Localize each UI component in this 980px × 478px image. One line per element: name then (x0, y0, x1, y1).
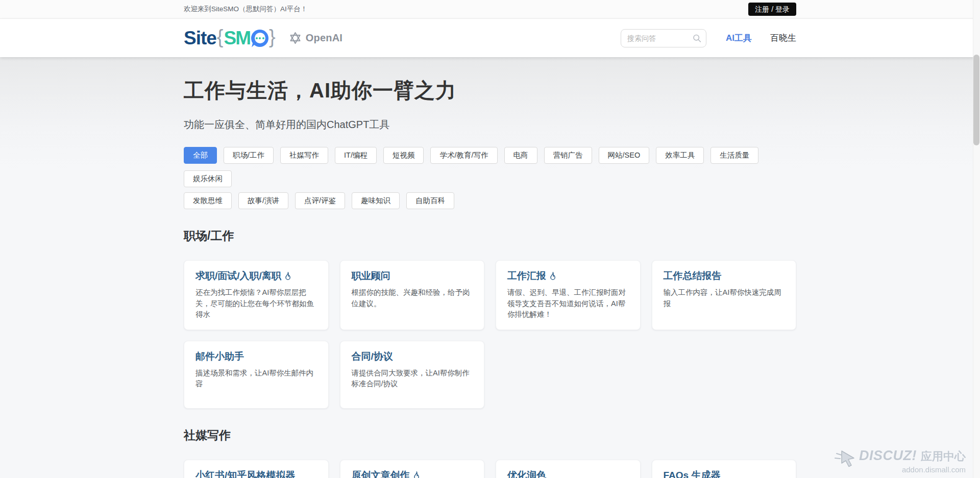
filter-button[interactable]: 全部 (184, 147, 217, 164)
openai-label: OpenAI (306, 32, 342, 44)
fire-icon (283, 271, 292, 281)
filter-button[interactable]: 效率工具 (656, 147, 704, 164)
card-description: 根据你的技能、兴趣和经验，给予岗位建议。 (352, 287, 473, 309)
filter-button[interactable]: 点评/评鉴 (295, 192, 345, 209)
scrollbar-thumb[interactable] (973, 55, 979, 145)
filter-button[interactable]: 职场/工作 (224, 147, 274, 164)
logo-text-smo: SM (224, 28, 251, 49)
openai-logo: OpenAI (288, 31, 342, 45)
card-title: 职业顾问 (352, 270, 473, 282)
nav-link-百晓生[interactable]: 百晓生 (770, 32, 796, 44)
card-title: 工作总结报告 (664, 270, 785, 282)
card-grid: 小红书/知乎风格模拟器输入你想发布的内容，帮你生成对应的内容风格：小红书、知乎原… (184, 460, 796, 478)
tool-card[interactable]: 工作汇报请假、迟到、早退、工作汇报时面对领导支支吾吾不知道如何说话，AI帮你排忧… (496, 260, 641, 330)
site-header: Site { SM } OpenAI AI工具百晓生 (0, 19, 980, 57)
tool-card[interactable]: 合同/协议请提供合同大致要求，让AI帮你制作标准合同/协议 (340, 341, 485, 409)
search-icon[interactable] (693, 34, 701, 42)
tool-card[interactable]: 小红书/知乎风格模拟器输入你想发布的内容，帮你生成对应的内容风格：小红书、知乎 (184, 460, 329, 478)
card-title: 邮件小助手 (195, 350, 317, 362)
filter-button[interactable]: IT/编程 (335, 147, 377, 164)
card-description: 请假、迟到、早退、工作汇报时面对领导支支吾吾不知道如何说话，AI帮你排忧解难！ (507, 287, 629, 320)
header-nav: AI工具百晓生 (726, 32, 796, 44)
filter-button[interactable]: 娱乐休闲 (184, 170, 232, 187)
logo-text-site: Site (184, 28, 216, 49)
card-grid: 求职/面试/入职/离职还在为找工作烦恼？AI帮你层层把关，尽可能的让您在每个环节… (184, 260, 796, 409)
tool-card[interactable]: 求职/面试/入职/离职还在为找工作烦恼？AI帮你层层把关，尽可能的让您在每个环节… (184, 260, 329, 330)
logo-brace-close: } (269, 26, 276, 48)
search-box (621, 29, 706, 47)
fire-icon (548, 271, 557, 281)
tool-section: 社媒写作小红书/知乎风格模拟器输入你想发布的内容，帮你生成对应的内容风格：小红书… (184, 427, 796, 478)
card-title: 小红书/知乎风格模拟器 (195, 469, 317, 478)
card-title: 原创文章创作 (352, 469, 473, 478)
filter-button[interactable]: 故事/演讲 (238, 192, 288, 209)
card-description: 请提供合同大致要求，让AI帮你制作标准合同/协议 (352, 368, 473, 390)
tool-card[interactable]: 工作总结报告输入工作内容，让AI帮你快速完成周报 (652, 260, 797, 330)
tool-card[interactable]: 原创文章创作根据关键词或一句话，让AI为您提供原创文章撰写：公众号推文、SEO软… (340, 460, 485, 478)
filter-row-2: 发散思维故事/演讲点评/评鉴趣味知识自助百科 (184, 192, 796, 209)
filter-button[interactable]: 发散思维 (184, 192, 232, 209)
card-description: 还在为找工作烦恼？AI帮你层层把关，尽可能的让您在每个环节都如鱼得水 (195, 287, 317, 320)
filter-button[interactable]: 营销广告 (544, 147, 592, 164)
site-logo[interactable]: Site { SM } (184, 26, 276, 50)
filter-button[interactable]: 短视频 (383, 147, 424, 164)
main-content: 工作与生活，AI助你一臂之力 功能一应俱全、简单好用的国内ChatGPT工具 全… (0, 57, 980, 478)
sections: 职场/工作求职/面试/入职/离职还在为找工作烦恼？AI帮你层层把关，尽可能的让您… (184, 228, 796, 478)
openai-knot-icon (288, 31, 302, 45)
page-subtitle: 功能一应俱全、简单好用的国内ChatGPT工具 (184, 118, 796, 132)
filter-button[interactable]: 自助百科 (406, 192, 454, 209)
card-description: 输入工作内容，让AI帮你快速完成周报 (664, 287, 785, 309)
tool-section: 职场/工作求职/面试/入职/离职还在为找工作烦恼？AI帮你层层把关，尽可能的让您… (184, 228, 796, 409)
fire-icon (412, 471, 421, 478)
section-heading: 职场/工作 (184, 228, 796, 244)
topbar: 欢迎来到SiteSMO（思默问答）AI平台！ 注册 / 登录 (0, 0, 980, 19)
filter-row-1: 全部职场/工作社媒写作IT/编程短视频学术/教育/写作电商营销广告网站/SEO效… (184, 147, 796, 187)
filter-button[interactable]: 电商 (504, 147, 537, 164)
tool-card[interactable]: FAQs 生成器基于内容生成常见问答 (652, 460, 797, 478)
page-title: 工作与生活，AI助你一臂之力 (184, 77, 796, 105)
card-title: 合同/协议 (352, 350, 473, 362)
card-description: 描述场景和需求，让AI帮你生邮件内容 (195, 368, 317, 390)
welcome-text: 欢迎来到SiteSMO（思默问答）AI平台！ (184, 5, 307, 14)
nav-link-AI工具[interactable]: AI工具 (726, 32, 752, 44)
tool-card[interactable]: 邮件小助手描述场景和需求，让AI帮你生邮件内容 (184, 341, 329, 409)
register-login-button[interactable]: 注册 / 登录 (748, 3, 796, 16)
logo-brace-open: { (217, 26, 224, 48)
card-title: FAQs 生成器 (664, 469, 785, 478)
filter-button[interactable]: 社媒写作 (280, 147, 328, 164)
tool-card[interactable]: 优化润色提供您的基础内容，让AI帮您的文章作品进行优化润色 (496, 460, 641, 478)
card-title: 工作汇报 (507, 270, 629, 282)
filter-button[interactable]: 趣味知识 (352, 192, 400, 209)
filter-button[interactable]: 生活质量 (710, 147, 758, 164)
card-title: 优化润色 (507, 469, 629, 478)
filter-button[interactable]: 网站/SEO (599, 147, 650, 164)
section-heading: 社媒写作 (184, 427, 796, 443)
tool-card[interactable]: 职业顾问根据你的技能、兴趣和经验，给予岗位建议。 (340, 260, 485, 330)
filter-button[interactable]: 学术/教育/写作 (430, 147, 497, 164)
card-title: 求职/面试/入职/离职 (195, 270, 317, 282)
chat-bubble-icon (251, 30, 268, 47)
